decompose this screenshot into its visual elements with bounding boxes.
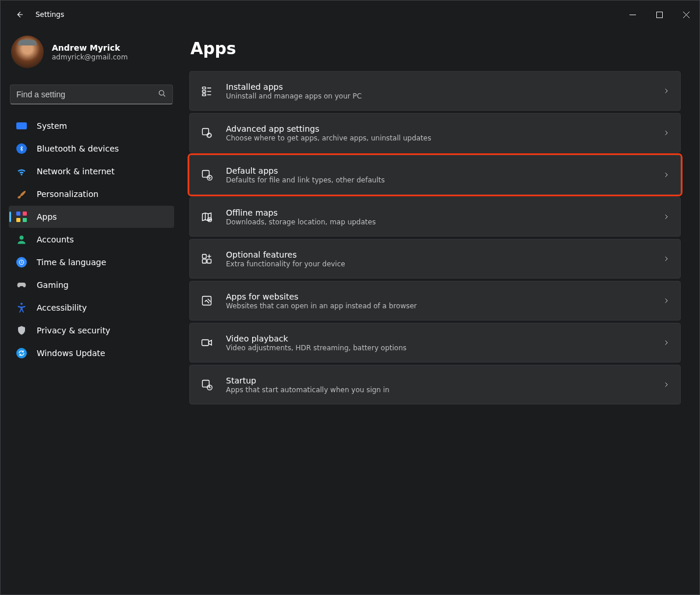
profile-name: Andrew Myrick bbox=[52, 43, 128, 52]
back-button[interactable] bbox=[11, 6, 27, 23]
svg-rect-14 bbox=[207, 259, 211, 263]
card-text: Apps for websites Websites that can open… bbox=[226, 292, 650, 310]
system-icon bbox=[16, 120, 27, 132]
card-title: Offline maps bbox=[226, 208, 650, 217]
video-icon bbox=[200, 336, 213, 349]
titlebar-left: Settings bbox=[5, 6, 64, 23]
card-title: Default apps bbox=[226, 166, 650, 175]
card-subtitle: Video adjustments, HDR streaming, batter… bbox=[226, 344, 650, 352]
svg-rect-6 bbox=[203, 90, 206, 92]
card-optional-features[interactable]: Optional features Extra functionality fo… bbox=[189, 239, 681, 279]
sidebar: Andrew Myrick admyrick@gmail.com System … bbox=[1, 29, 179, 595]
sidebar-item-label: Gaming bbox=[37, 280, 174, 290]
sidebar-item-personalization[interactable]: Personalization bbox=[9, 183, 174, 205]
card-subtitle: Uninstall and manage apps on your PC bbox=[226, 92, 650, 100]
sidebar-item-apps[interactable]: Apps bbox=[9, 206, 174, 228]
window-title: Settings bbox=[36, 10, 64, 19]
main-content: Apps Installed apps Uninstall and manage… bbox=[179, 29, 699, 595]
close-icon bbox=[683, 12, 690, 18]
card-apps-for-websites[interactable]: Apps for websites Websites that can open… bbox=[189, 281, 681, 321]
card-installed-apps[interactable]: Installed apps Uninstall and manage apps… bbox=[189, 71, 681, 111]
paintbrush-icon bbox=[16, 188, 27, 200]
maximize-icon bbox=[656, 12, 663, 18]
sidebar-item-label: Personalization bbox=[37, 189, 174, 199]
maps-icon bbox=[200, 210, 213, 223]
gamepad-icon bbox=[16, 279, 27, 291]
svg-rect-7 bbox=[203, 94, 206, 96]
card-subtitle: Apps that start automatically when you s… bbox=[226, 386, 650, 394]
apps-icon bbox=[16, 211, 27, 223]
svg-rect-13 bbox=[203, 255, 207, 259]
chevron-right-icon bbox=[663, 254, 670, 265]
card-text: Installed apps Uninstall and manage apps… bbox=[226, 82, 650, 100]
startup-icon bbox=[200, 378, 213, 391]
svg-rect-0 bbox=[656, 12, 662, 17]
back-arrow-icon bbox=[15, 10, 24, 19]
card-title: Apps for websites bbox=[226, 292, 650, 301]
card-title: Advanced app settings bbox=[226, 124, 650, 133]
maximize-button[interactable] bbox=[646, 3, 673, 26]
card-default-apps[interactable]: Default apps Defaults for file and link … bbox=[189, 155, 681, 195]
card-title: Optional features bbox=[226, 250, 650, 259]
chevron-right-icon bbox=[663, 128, 670, 139]
svg-point-2 bbox=[20, 235, 24, 240]
card-subtitle: Defaults for file and link types, other … bbox=[226, 176, 650, 184]
chevron-right-icon bbox=[663, 86, 670, 97]
svg-point-1 bbox=[159, 90, 164, 95]
sidebar-item-update[interactable]: Windows Update bbox=[9, 342, 174, 364]
sidebar-item-privacy[interactable]: Privacy & security bbox=[9, 319, 174, 341]
search-icon bbox=[158, 89, 167, 100]
titlebar: Settings bbox=[1, 1, 699, 29]
default-apps-icon bbox=[200, 168, 213, 181]
installed-apps-icon bbox=[200, 85, 213, 97]
wifi-icon bbox=[16, 166, 27, 177]
profile-block[interactable]: Andrew Myrick admyrick@gmail.com bbox=[9, 33, 174, 74]
settings-card-list: Installed apps Uninstall and manage apps… bbox=[189, 71, 681, 404]
sidebar-item-label: Privacy & security bbox=[37, 326, 174, 335]
sidebar-item-system[interactable]: System bbox=[9, 115, 174, 137]
card-text: Optional features Extra functionality fo… bbox=[226, 250, 650, 268]
card-title: Video playback bbox=[226, 334, 650, 343]
sidebar-item-network[interactable]: Network & internet bbox=[9, 160, 174, 182]
minimize-icon bbox=[630, 12, 636, 18]
svg-rect-5 bbox=[203, 87, 206, 89]
user-icon bbox=[16, 234, 27, 245]
card-subtitle: Extra functionality for your device bbox=[226, 260, 650, 268]
page-title: Apps bbox=[190, 39, 681, 58]
sidebar-item-accounts[interactable]: Accounts bbox=[9, 228, 174, 251]
svg-rect-15 bbox=[203, 259, 207, 263]
svg-point-4 bbox=[20, 303, 23, 305]
shield-icon bbox=[16, 325, 27, 336]
card-text: Offline maps Downloads, storage location… bbox=[226, 208, 650, 226]
search-box[interactable] bbox=[10, 85, 173, 104]
update-icon bbox=[16, 347, 27, 359]
sidebar-item-gaming[interactable]: Gaming bbox=[9, 274, 174, 296]
card-offline-maps[interactable]: Offline maps Downloads, storage location… bbox=[189, 197, 681, 237]
minimize-button[interactable] bbox=[619, 3, 646, 26]
nav: System Bluetooth & devices Network & int… bbox=[9, 115, 174, 364]
chevron-right-icon bbox=[663, 170, 670, 181]
close-button[interactable] bbox=[673, 3, 699, 26]
search-input[interactable] bbox=[16, 90, 158, 99]
card-video-playback[interactable]: Video playback Video adjustments, HDR st… bbox=[189, 323, 681, 362]
card-text: Default apps Defaults for file and link … bbox=[226, 166, 650, 184]
sidebar-item-accessibility[interactable]: Accessibility bbox=[9, 297, 174, 319]
accessibility-icon bbox=[16, 302, 27, 314]
sidebar-item-label: Windows Update bbox=[37, 348, 174, 358]
sidebar-item-label: Accounts bbox=[37, 235, 174, 244]
window-controls bbox=[619, 3, 699, 26]
chevron-right-icon bbox=[663, 337, 670, 348]
sidebar-item-label: System bbox=[37, 121, 174, 131]
sidebar-item-bluetooth[interactable]: Bluetooth & devices bbox=[9, 138, 174, 160]
card-text: Video playback Video adjustments, HDR st… bbox=[226, 334, 650, 352]
card-subtitle: Choose where to get apps, archive apps, … bbox=[226, 134, 650, 142]
profile-email: admyrick@gmail.com bbox=[52, 53, 128, 61]
card-title: Installed apps bbox=[226, 82, 650, 91]
card-startup[interactable]: Startup Apps that start automatically wh… bbox=[189, 365, 681, 404]
svg-rect-17 bbox=[202, 340, 209, 346]
avatar bbox=[11, 36, 44, 68]
sidebar-item-time[interactable]: Time & language bbox=[9, 251, 174, 273]
sidebar-item-label: Apps bbox=[37, 212, 174, 221]
clock-icon bbox=[16, 256, 27, 268]
card-advanced-app-settings[interactable]: Advanced app settings Choose where to ge… bbox=[189, 113, 681, 153]
